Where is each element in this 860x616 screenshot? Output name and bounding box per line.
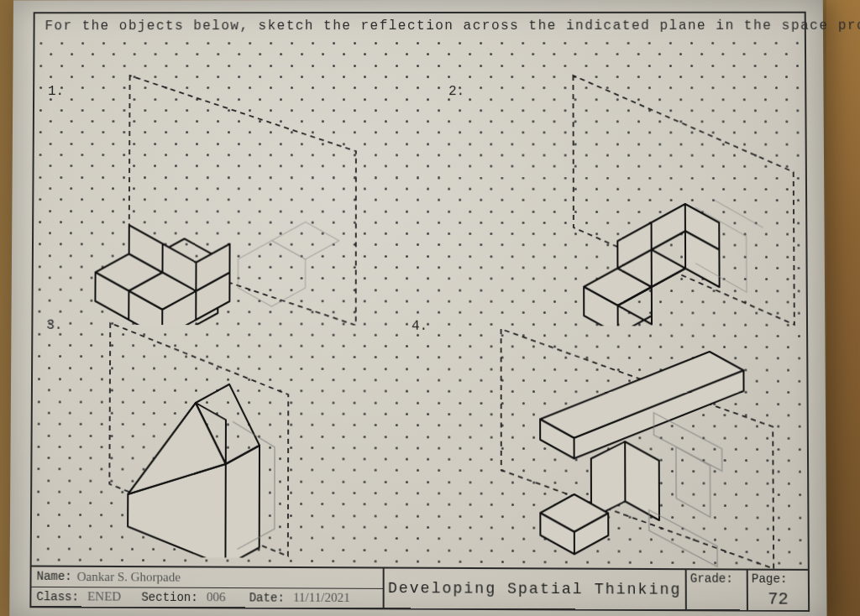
title-block-center: Developing Spatial Thinking xyxy=(385,569,687,610)
svg-marker-21 xyxy=(128,403,226,559)
title-block-page: Page: 72 xyxy=(748,571,808,610)
svg-marker-10 xyxy=(272,222,339,259)
desk-surface xyxy=(826,0,860,616)
page-border: For the objects below, sketch the reflec… xyxy=(29,12,810,612)
worksheet-paper: For the objects below, sketch the reflec… xyxy=(9,0,826,616)
title-block: Name: Oankar S. Ghorpade Class: ENED Sec… xyxy=(31,566,808,610)
question-number-1: 1. xyxy=(48,84,64,99)
figure-4 xyxy=(459,312,808,569)
grade-value xyxy=(687,588,747,610)
section-value: 006 xyxy=(207,590,226,604)
name-label: Name: xyxy=(37,570,72,583)
name-value: Oankar S. Ghorpade xyxy=(77,570,181,585)
instruction-text: For the objects below, sketch the reflec… xyxy=(45,18,794,34)
page-label: Page: xyxy=(748,571,808,589)
svg-marker-35 xyxy=(676,447,711,518)
class-value: ENED xyxy=(87,589,121,603)
svg-marker-15 xyxy=(651,204,685,250)
svg-marker-30 xyxy=(625,441,659,520)
date-label: Date: xyxy=(249,591,285,604)
title-block-grade: Grade: xyxy=(687,570,748,609)
question-number-3: 3. xyxy=(46,318,62,333)
date-value: 11/11/2021 xyxy=(293,591,350,606)
title-block-left: Name: Oankar S. Ghorpade Class: ENED Sec… xyxy=(31,567,384,608)
figure-3 xyxy=(69,311,398,559)
page-value: 72 xyxy=(748,588,808,610)
figure-1 xyxy=(70,72,423,326)
section-label: Section: xyxy=(141,590,198,604)
class-label: Class: xyxy=(36,590,79,603)
work-area: // placeholder – dots generated below af… xyxy=(32,42,808,571)
grade-label: Grade: xyxy=(687,570,747,588)
question-number-2: 2. xyxy=(448,84,464,99)
figure-2 xyxy=(492,72,806,326)
